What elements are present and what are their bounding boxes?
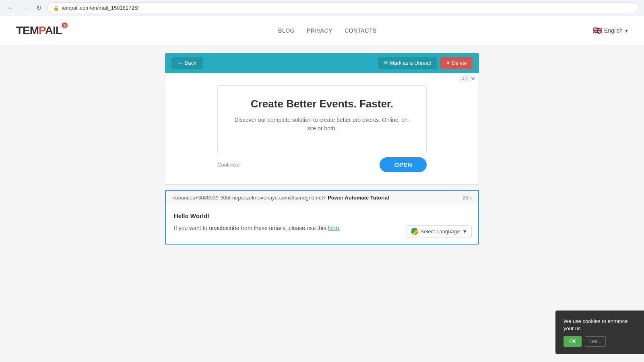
lock-icon: 🔒 [53, 5, 59, 11]
ad-inner: Create Better Events. Faster. Discover o… [217, 85, 427, 153]
email-from-address: <bounces+3088939-90bf-nepsezekno=enayu.c… [172, 195, 326, 201]
email-container: <bounces+3088939-90bf-nepsezekno=enayu.c… [165, 190, 479, 245]
browser-bar: ← → ↻ 🔒 tempail.com/en/mail_150181726/ [0, 0, 644, 16]
forward-button[interactable]: → [19, 3, 31, 13]
divider [165, 185, 479, 185]
select-language-label: Select Language [421, 228, 460, 234]
action-right: ✉ Mark as a Unread ✕ Delete [378, 57, 473, 69]
language-selector[interactable]: 🇬🇧 English ▾ [593, 26, 628, 35]
unsubscribe-link[interactable]: form [328, 225, 339, 231]
site-header: TEMPAIL2 BLOG PRIVACY CONTACTS 🇬🇧 Englis… [0, 16, 644, 45]
ad-footer: Conferize OPEN [217, 153, 427, 172]
logo: TEMPAIL2 [16, 24, 62, 37]
logo-badge: 2 [62, 23, 68, 28]
chevron-down-icon: ▾ [625, 27, 628, 34]
email-action-bar: ← Back ✉ Mark as a Unread ✕ Delete [165, 53, 479, 73]
email-body: Hello World! If you want to unsubscribe … [166, 205, 478, 244]
ad-label: Ad [460, 76, 469, 82]
main-nav: BLOG PRIVACY CONTACTS [278, 27, 377, 34]
ad-title: Create Better Events. Faster. [234, 98, 410, 110]
mark-unread-button[interactable]: ✉ Mark as a Unread [378, 57, 437, 69]
ad-brand: Conferize [217, 162, 240, 168]
email-time: 28 s [462, 195, 472, 201]
flag-icon: 🇬🇧 [593, 26, 602, 35]
ad-description: Discover our complete solution to create… [234, 116, 410, 133]
refresh-button[interactable]: ↻ [34, 2, 44, 13]
email-from: <bounces+3088939-90bf-nepsezekno=enayu.c… [172, 195, 389, 201]
nav-blog[interactable]: BLOG [278, 27, 295, 34]
nav-contacts[interactable]: CONTACTS [345, 27, 377, 34]
email-body-text: If you want to unsubscribe from these em… [174, 225, 326, 231]
ad-open-button[interactable]: OPEN [380, 157, 427, 172]
back-button[interactable]: ← [5, 3, 16, 13]
back-button[interactable]: ← Back [171, 57, 203, 69]
email-header: <bounces+3088939-90bf-nepsezekno=enayu.c… [166, 191, 478, 205]
delete-button[interactable]: ✕ Delete [440, 57, 473, 69]
translate-widget[interactable]: Select Language ▼ [407, 225, 472, 237]
language-label: English [604, 27, 623, 34]
ad-close-button[interactable]: ✕ [471, 76, 475, 82]
email-body-end: . [339, 225, 341, 231]
ad-container: Ad ✕ Create Better Events. Faster. Disco… [165, 73, 479, 185]
google-translate-icon [411, 228, 418, 235]
translate-chevron-icon: ▼ [462, 228, 467, 234]
main-content: ← Back ✉ Mark as a Unread ✕ Delete Ad ✕ … [165, 45, 479, 261]
email-greeting: Hello World! [174, 212, 470, 219]
address-bar[interactable]: 🔒 tempail.com/en/mail_150181726/ [47, 2, 639, 13]
ad-top-bar: Ad ✕ [460, 76, 475, 82]
email-subject: Power Automate Tutorial [328, 195, 389, 201]
url-text: tempail.com/en/mail_150181726/ [62, 5, 139, 11]
nav-privacy[interactable]: PRIVACY [307, 27, 332, 34]
